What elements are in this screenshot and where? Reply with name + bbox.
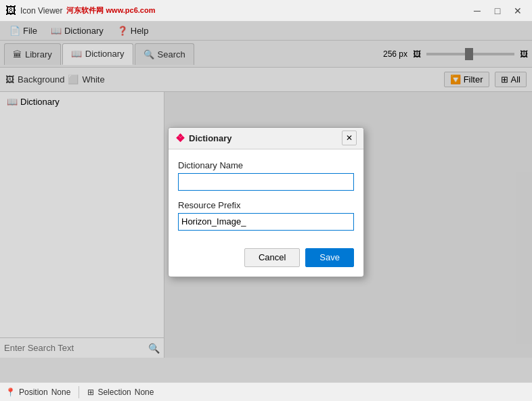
maximize-button[interactable]: □ bbox=[489, 3, 506, 18]
position-icon: 📍 bbox=[5, 387, 16, 397]
position-label: Position bbox=[19, 387, 48, 397]
selection-label: Selection bbox=[97, 387, 131, 397]
modal-overlay: ❖ Dictionary ✕ Dictionary Name Resource … bbox=[0, 22, 532, 382]
dictionary-modal: ❖ Dictionary ✕ Dictionary Name Resource … bbox=[168, 127, 364, 277]
position-section: 📍 Position None bbox=[5, 387, 70, 397]
titlebar: 🖼 Icon Viewer 河东软件网 www.pc6.com ─ □ ✕ bbox=[0, 0, 532, 22]
window-controls: ─ □ ✕ bbox=[468, 3, 527, 18]
modal-title-section: ❖ Dictionary bbox=[175, 132, 232, 145]
cancel-button[interactable]: Cancel bbox=[244, 248, 300, 267]
dict-name-label: Dictionary Name bbox=[178, 160, 354, 170]
selection-value: None bbox=[135, 387, 154, 397]
modal-title-icon: ❖ bbox=[175, 132, 185, 145]
watermark: 河东软件网 www.pc6.com bbox=[66, 5, 155, 16]
modal-buttons: Cancel Save bbox=[169, 241, 363, 277]
selection-section: ⊞ Selection None bbox=[87, 387, 154, 397]
modal-close-button[interactable]: ✕ bbox=[342, 131, 357, 145]
modal-body: Dictionary Name Resource Prefix bbox=[169, 149, 363, 241]
modal-title: Dictionary bbox=[189, 133, 232, 143]
titlebar-left: 🖼 Icon Viewer 河东软件网 www.pc6.com bbox=[5, 5, 156, 17]
app-title: Icon Viewer bbox=[20, 6, 62, 16]
resource-prefix-label: Resource Prefix bbox=[178, 200, 354, 210]
status-divider bbox=[79, 386, 79, 398]
position-value: None bbox=[51, 387, 71, 397]
statusbar: 📍 Position None ⊞ Selection None bbox=[0, 382, 532, 401]
save-button[interactable]: Save bbox=[305, 248, 354, 267]
dict-name-input[interactable] bbox=[178, 173, 354, 191]
resource-prefix-input[interactable] bbox=[178, 213, 354, 231]
close-button[interactable]: ✕ bbox=[509, 3, 527, 18]
selection-icon: ⊞ bbox=[87, 387, 94, 397]
app-icon: 🖼 bbox=[5, 5, 16, 17]
modal-titlebar: ❖ Dictionary ✕ bbox=[169, 128, 363, 149]
minimize-button[interactable]: ─ bbox=[468, 3, 486, 18]
